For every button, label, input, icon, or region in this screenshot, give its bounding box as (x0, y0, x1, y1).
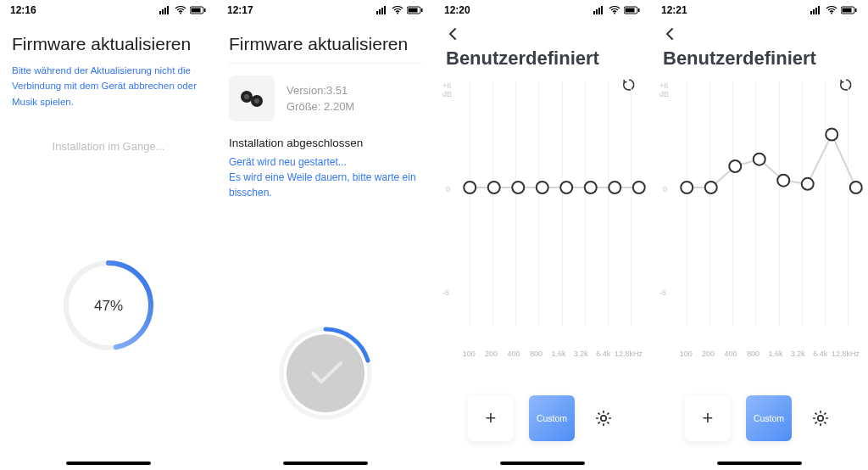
home-indicator[interactable] (717, 462, 802, 465)
home-indicator[interactable] (283, 462, 368, 465)
eq-curve[interactable] (458, 81, 651, 302)
svg-rect-25 (596, 9, 598, 14)
screen-eq-flat: 12:20 Benutzerdefiniert +6 dB 0 -6 10020… (434, 0, 651, 470)
status-icons (159, 6, 207, 14)
x-axis-labels: 1002004008001.6k3.2k6.4k12.8kHz (442, 350, 643, 358)
progress-ring: 47% (58, 255, 159, 360)
status-time: 12:20 (444, 4, 470, 16)
eq-handle[interactable] (464, 182, 476, 193)
page-title: Firmware aktualisieren (217, 20, 434, 63)
ylabel-top: +6 dB (442, 81, 452, 98)
size-label: Größe: 2.20M (287, 100, 354, 113)
ylabel-bot: -6 (442, 288, 449, 297)
eq-handle[interactable] (488, 182, 500, 193)
svg-rect-2 (164, 8, 166, 14)
status-icons (810, 6, 858, 14)
gear-icon (594, 409, 613, 428)
svg-rect-30 (626, 8, 635, 13)
custom-preset-button[interactable]: Custom (529, 395, 575, 441)
custom-preset-button[interactable]: Custom (746, 395, 792, 441)
ylabel-mid: 0 (663, 185, 667, 193)
eq-handle[interactable] (777, 175, 789, 187)
svg-rect-27 (601, 6, 603, 14)
earbuds-thumbnail (229, 76, 275, 121)
bottom-toolbar: + Custom (651, 395, 868, 441)
add-preset-button[interactable]: + (685, 395, 731, 441)
svg-rect-17 (421, 8, 423, 12)
page-title: Benutzerdefiniert (434, 44, 651, 75)
home-indicator[interactable] (500, 462, 585, 465)
status-time: 12:17 (227, 4, 253, 16)
svg-point-28 (614, 13, 615, 14)
svg-rect-7 (204, 8, 206, 12)
svg-rect-26 (598, 8, 600, 14)
svg-rect-33 (810, 11, 812, 14)
status-time: 12:21 (661, 4, 687, 16)
eq-handle[interactable] (633, 182, 645, 193)
status-bar: 12:21 (651, 0, 868, 20)
eq-handle[interactable] (560, 182, 572, 193)
status-time: 12:16 (10, 4, 36, 16)
eq-handle[interactable] (826, 129, 837, 141)
svg-rect-1 (162, 9, 164, 14)
add-preset-button[interactable]: + (468, 395, 514, 441)
settings-button[interactable] (807, 409, 834, 428)
gear-icon (811, 409, 830, 428)
svg-rect-11 (379, 9, 381, 14)
ylabel-bot: -6 (659, 288, 666, 297)
back-button[interactable] (434, 20, 651, 44)
restart-message: Gerät wird neu gestartet... Es wird eine… (217, 154, 434, 200)
firmware-info: Version:3.51 Größe: 2.20M (217, 76, 434, 133)
back-button[interactable] (651, 20, 868, 44)
eq-chart[interactable]: +6 dB 0 -6 (659, 81, 860, 327)
divider (229, 63, 422, 64)
status-bar: 12:17 (217, 0, 434, 20)
svg-point-19 (244, 94, 249, 99)
settings-button[interactable] (590, 409, 617, 428)
status-bar: 12:20 (434, 0, 651, 20)
eq-handle[interactable] (585, 182, 597, 193)
eq-handle[interactable] (802, 178, 814, 190)
svg-rect-31 (638, 8, 640, 12)
svg-rect-40 (855, 8, 857, 12)
eq-handle[interactable] (705, 182, 717, 193)
eq-chart[interactable]: +6 dB 0 -6 (442, 81, 643, 327)
eq-handle[interactable] (850, 182, 862, 193)
eq-handle[interactable] (537, 182, 548, 193)
svg-point-37 (831, 13, 832, 14)
page-title: Firmware aktualisieren (0, 20, 217, 63)
svg-rect-24 (593, 11, 595, 14)
ylabel-mid: 0 (446, 185, 450, 193)
eq-handle[interactable] (512, 182, 524, 193)
svg-rect-35 (815, 8, 817, 14)
svg-rect-3 (167, 6, 169, 14)
eq-handle[interactable] (609, 182, 620, 193)
svg-rect-10 (376, 11, 378, 14)
screen-eq-custom: 12:21 Benutzerdefiniert +6 dB 0 -6 10020… (651, 0, 868, 470)
status-icons (593, 6, 641, 14)
x-axis-labels: 1002004008001.6k3.2k6.4k12.8kHz (659, 350, 860, 358)
home-indicator[interactable] (66, 462, 151, 465)
status-icons (376, 6, 424, 14)
svg-rect-0 (159, 11, 161, 14)
eq-handle[interactable] (681, 182, 693, 193)
warning-text: Bitte während der Aktualisierung nicht d… (0, 63, 217, 118)
svg-rect-6 (192, 8, 201, 13)
bottom-toolbar: + Custom (434, 395, 651, 441)
svg-point-14 (397, 13, 398, 14)
install-done-title: Installation abgeschlossen (217, 133, 434, 154)
eq-handle[interactable] (754, 154, 765, 165)
install-status: Installation im Gange... (0, 140, 217, 153)
ylabel-top: +6 dB (659, 81, 669, 98)
svg-rect-12 (381, 8, 383, 14)
firmware-meta: Version:3.51 Größe: 2.20M (287, 81, 354, 116)
svg-point-4 (180, 13, 181, 14)
eq-handle[interactable] (729, 160, 741, 172)
svg-rect-34 (813, 9, 815, 14)
svg-rect-39 (843, 8, 852, 13)
version-label: Version:3.51 (287, 84, 354, 97)
screen-firmware-progress: 12:16 Firmware aktualisieren Bitte währe… (0, 0, 217, 470)
svg-point-32 (601, 416, 606, 421)
progress-percent: 47% (94, 298, 123, 314)
eq-curve[interactable] (675, 81, 868, 302)
